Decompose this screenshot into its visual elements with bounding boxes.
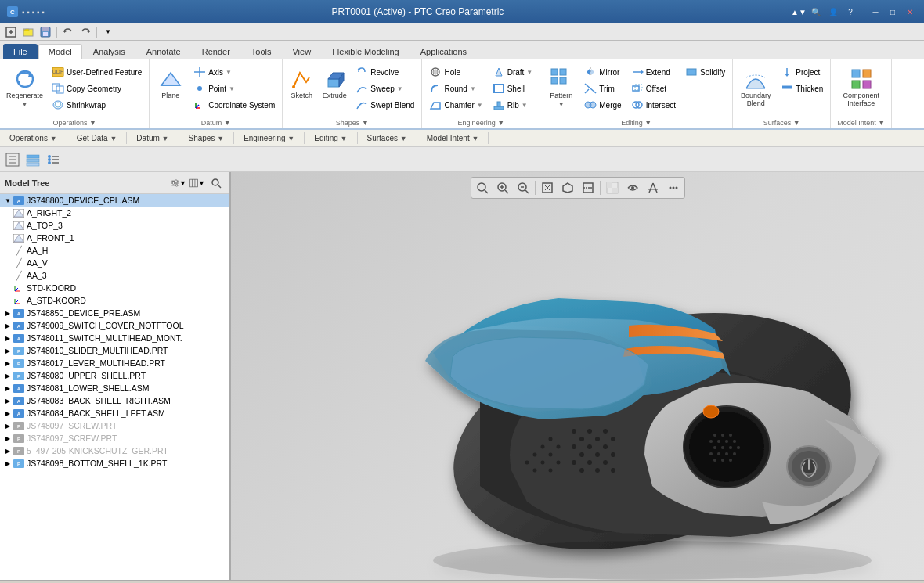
switch-cover-expand[interactable]: ▶ — [3, 321, 13, 330]
point-btn[interactable]: Point ▼ — [189, 81, 279, 96]
tree-item-std-koord[interactable]: STD-KOORD — [0, 282, 229, 294]
component-interface-btn[interactable]: ComponentInterface — [839, 64, 882, 110]
tree-item-screw1[interactable]: ▶ P JS748097_SCREW.PRT — [0, 419, 229, 432]
shrinkwrap-btn[interactable]: Shrinkwrap — [48, 97, 146, 113]
tree-item-switch-multi[interactable]: ▶ A JS748011_SWITCH_MULTIHEAD_MONT. — [0, 332, 229, 344]
hole-btn[interactable]: Hole — [425, 64, 486, 80]
pattern-arrow[interactable]: ▼ — [558, 101, 565, 108]
pattern-btn[interactable]: Pattern ▼ — [543, 64, 579, 110]
tree-item-upper-shell[interactable]: ▶ P JS748080_UPPER_SHELL.PRT — [0, 369, 229, 382]
qa-redo-btn[interactable] — [78, 25, 93, 39]
engineering-section[interactable]: Engineering ▼ — [234, 132, 305, 144]
tree-item-back-left[interactable]: ▶ A JS748084_BACK_SHELL_LEFT.ASM — [0, 407, 229, 419]
slider-expand[interactable]: ▶ — [3, 346, 13, 355]
tree-item-slider[interactable]: ▶ P JS748010_SLIDER_MULTIHEAD.PRT — [0, 344, 229, 357]
qa-custom-btn[interactable]: ▼ — [100, 25, 116, 39]
regenerate-btn[interactable]: Regenerate ▼ — [3, 64, 46, 110]
viewport[interactable] — [231, 172, 924, 580]
tab-analysis[interactable]: Analysis — [83, 44, 135, 59]
user-defined-feature-btn[interactable]: UDF User-Defined Feature — [48, 64, 146, 80]
tree-item-switch-cover[interactable]: ▶ A JS749009_SWITCH_COVER_NOTFTOOL — [0, 319, 229, 332]
tree-item-a-front[interactable]: A_FRONT_1 — [0, 232, 229, 244]
minimize-btn[interactable]: ─ — [868, 5, 883, 18]
sketch-btn[interactable]: Sketch — [286, 64, 317, 103]
back-left-expand[interactable]: ▶ — [3, 408, 13, 418]
tree-item-back-right[interactable]: ▶ A JS748083_BACK_SHELL_RIGHT.ASM — [0, 394, 229, 407]
screw1-expand[interactable]: ▶ — [3, 421, 13, 430]
shapes-section[interactable]: Shapes ▼ — [179, 132, 235, 144]
tree-item-screw2[interactable]: ▶ P JS748097_SCREW.PRT — [0, 432, 229, 444]
switch-multi-expand[interactable]: ▶ — [3, 333, 13, 343]
tree-item-aa-v[interactable]: ╱ AA_V — [0, 257, 229, 269]
tree-item-a-top[interactable]: A_TOP_3 — [0, 219, 229, 232]
datum-section[interactable]: Datum ▼ — [127, 132, 179, 144]
operations-section[interactable]: Operations ▼ — [0, 132, 67, 144]
qa-save-btn[interactable] — [38, 25, 53, 39]
lower-shell-expand[interactable]: ▶ — [3, 383, 13, 393]
revolve-btn[interactable]: Revolve — [352, 64, 418, 80]
rib-btn[interactable]: Rib ▼ — [489, 97, 537, 113]
axis-arrow[interactable]: ▼ — [226, 69, 232, 76]
tab-render[interactable]: Render — [192, 44, 240, 59]
close-btn[interactable]: ✕ — [902, 5, 918, 18]
get-data-section[interactable]: Get Data ▼ — [67, 132, 128, 144]
copy-geometry-btn[interactable]: Copy Geometry — [48, 81, 146, 96]
tab-model[interactable]: Model — [38, 44, 82, 59]
swept-blend-btn[interactable]: Swept Blend — [352, 97, 418, 113]
knickschutz-expand[interactable]: ▶ — [3, 446, 13, 455]
round-btn[interactable]: Round ▼ — [425, 81, 486, 96]
point-arrow[interactable]: ▼ — [229, 85, 235, 92]
bottom-shell-expand[interactable]: ▶ — [3, 459, 13, 468]
draft-btn[interactable]: Draft ▼ — [489, 64, 537, 80]
tree-item-a-right[interactable]: A_RIGHT_2 — [0, 207, 229, 219]
layer-tree-btn[interactable] — [23, 150, 42, 169]
tree-columns-btn[interactable]: ▼ — [189, 175, 206, 191]
tree-settings-arrow[interactable]: ▼ — [179, 179, 186, 187]
thicken-btn[interactable]: Thicken — [777, 81, 827, 96]
qa-new-btn[interactable] — [3, 25, 19, 39]
dev-pre-expand[interactable]: ▶ — [3, 308, 13, 318]
tab-tools[interactable]: Tools — [241, 44, 282, 59]
tree-item-dev-pre[interactable]: ▶ A JS748850_DEVICE_PRE.ASM — [0, 307, 229, 319]
tree-item-bottom-shell[interactable]: ▶ P JS748098_BOTTOM_SHELL_1K.PRT — [0, 457, 229, 470]
root-expand[interactable]: ▼ — [3, 196, 13, 205]
search-icon[interactable]: 🔍 — [808, 5, 824, 18]
surfaces-section[interactable]: Surfaces ▼ — [358, 132, 417, 144]
back-right-expand[interactable]: ▶ — [3, 396, 13, 405]
boundary-blend-btn[interactable]: BoundaryBlend — [736, 64, 775, 110]
tab-file[interactable]: File — [3, 44, 38, 59]
tree-item-knickschutz[interactable]: ▶ P 5_497-205-KNICKSCHUTZ_GER.PRT — [0, 444, 229, 457]
tree-item-aa-3[interactable]: ╱ AA_3 — [0, 269, 229, 282]
intersect-btn[interactable]: Intersect — [627, 97, 680, 113]
editing-section[interactable]: Editing ▼ — [305, 132, 357, 144]
model-tree-toggle-btn[interactable] — [3, 150, 22, 169]
extrude-btn[interactable]: Extrude — [319, 64, 350, 103]
project-btn[interactable]: Project — [777, 64, 827, 80]
maximize-btn[interactable]: □ — [885, 5, 901, 18]
tree-item-aa-h[interactable]: ╱ AA_H — [0, 244, 229, 257]
trim-btn[interactable]: Trim — [580, 81, 625, 96]
model-intent-section[interactable]: Model Intent ▼ — [417, 132, 489, 144]
tree-item-a-std-koord[interactable]: A_STD-KOORD — [0, 294, 229, 307]
tree-columns-arrow[interactable]: ▼ — [198, 179, 205, 187]
shell-btn[interactable]: Shell — [489, 81, 537, 96]
extend-btn[interactable]: Extend — [627, 64, 680, 80]
tree-item-lower-shell[interactable]: ▶ A JS748081_LOWER_SHELL.ASM — [0, 382, 229, 394]
tree-item-root[interactable]: ▼ A JS748800_DEVICE_CPL.ASM — [0, 194, 229, 207]
upper-shell-expand[interactable]: ▶ — [3, 371, 13, 380]
qa-open-btn[interactable] — [20, 25, 36, 39]
account-icon[interactable]: 👤 — [825, 5, 841, 18]
merge-btn[interactable]: Merge — [580, 97, 625, 113]
screw2-expand[interactable]: ▶ — [3, 434, 13, 443]
axis-btn[interactable]: Axis ▼ — [189, 64, 279, 80]
tab-annotate[interactable]: Annotate — [136, 44, 191, 59]
tab-view[interactable]: View — [282, 44, 321, 59]
help-icon[interactable]: ▲▼ — [791, 5, 807, 18]
tree-settings-btn[interactable]: ▼ — [170, 175, 187, 191]
lever-expand[interactable]: ▶ — [3, 358, 13, 368]
coord-system-btn[interactable]: Coordinate System — [189, 97, 279, 113]
sweep-btn[interactable]: Sweep ▼ — [352, 81, 418, 96]
regenerate-arrow[interactable]: ▼ — [22, 101, 28, 108]
feature-list-btn[interactable] — [44, 150, 63, 169]
chamfer-btn[interactable]: Chamfer ▼ — [425, 97, 486, 113]
